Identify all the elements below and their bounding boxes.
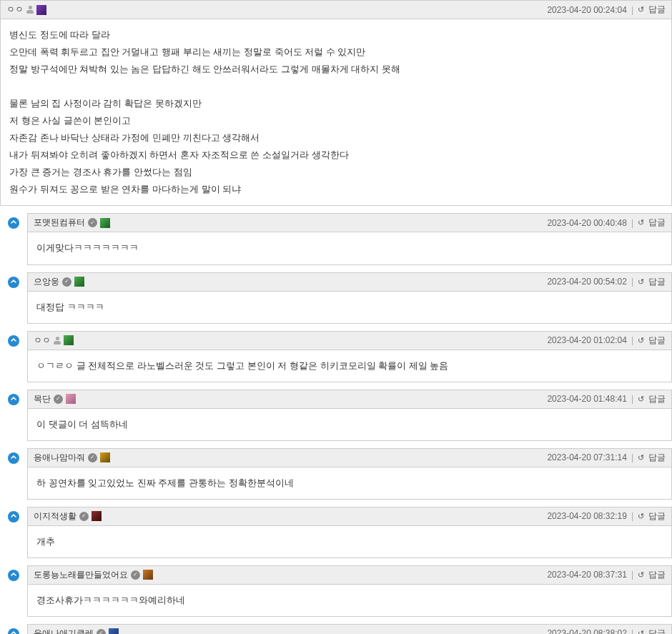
reply-indent	[0, 331, 27, 347]
reply-header: ㅇㅇ2023-04-20 01:02:04|↺답글	[28, 332, 671, 350]
reply-row: 응애나애기클레✓2023-04-20 08:38:02|↺답글꽁휴일을 버린다고…	[0, 624, 672, 634]
main-comment: ㅇㅇ 2023-04-20 00:24:04 | ↺ 답글 병신도 정도에 따라…	[0, 0, 672, 206]
reply-arrow-icon: ↺	[638, 5, 644, 14]
timestamp: 2023-04-20 01:48:41	[547, 394, 626, 404]
reply-button[interactable]: 답글	[648, 569, 666, 581]
reply-indicator-icon[interactable]	[8, 394, 19, 405]
timestamp: 2023-04-20 00:54:02	[547, 277, 626, 287]
reply-button[interactable]: 답글	[648, 393, 666, 405]
reply-comment: 이지적생활✓2023-04-20 08:32:19|↺답글개추	[27, 507, 672, 558]
reply-button[interactable]: 답글	[648, 510, 666, 522]
reply-body: 경조사휴가ㅋㅋㅋㅋㅋㅋ와예리하네	[28, 585, 671, 616]
reply-arrow-icon: ↺	[638, 395, 644, 404]
verified-icon: ✓	[79, 512, 89, 521]
author-info: 으앙웅✓	[34, 276, 84, 288]
user-badge-icon	[66, 394, 76, 404]
comment-meta: 2023-04-20 00:24:04 | ↺ 답글	[547, 4, 666, 16]
reply-arrow-icon: ↺	[638, 570, 644, 580]
user-badge-icon	[64, 335, 74, 345]
reply-header: 으앙웅✓2023-04-20 00:54:02|↺답글	[28, 273, 671, 292]
author-info: 도롱뇽노래를만들었어요✓	[34, 569, 153, 581]
reply-arrow-icon: ↺	[638, 453, 644, 462]
reply-button[interactable]: 답글	[648, 452, 666, 464]
separator: |	[631, 335, 633, 345]
reply-body: 개추	[28, 526, 671, 558]
timestamp: 2023-04-20 08:37:31	[547, 570, 626, 580]
reply-indicator-icon[interactable]	[8, 335, 19, 347]
reply-comment: 포맷된컴퓨터✓2023-04-20 00:40:48|↺답글이게맞다ㅋㅋㅋㅋㅋㅋ…	[27, 213, 672, 264]
username: 응애나애기클레	[34, 628, 94, 634]
reply-header: 이지적생활✓2023-04-20 08:32:19|↺답글	[28, 507, 671, 526]
anon-person-icon	[26, 6, 34, 14]
reply-body: 대정답 ㅋㅋㅋㅋ	[28, 292, 671, 323]
separator: |	[631, 452, 633, 462]
reply-indicator-icon[interactable]	[8, 570, 19, 581]
author-info: 응애나맘마줘✓	[34, 452, 110, 464]
timestamp: 2023-04-20 08:32:19	[547, 511, 626, 521]
reply-header: 도롱뇽노래를만들었어요✓2023-04-20 08:37:31|↺답글	[28, 566, 671, 585]
reply-row: 응애나맘마줘✓2023-04-20 07:31:14|↺답글하 꽁연차를 잊고있…	[0, 448, 672, 500]
reply-indent	[0, 448, 27, 464]
separator: |	[631, 218, 633, 228]
comment-meta: 2023-04-20 01:02:04|↺답글	[547, 335, 666, 347]
reply-body: ㅇㄱㄹㅇ 글 전체적으로 라노벨스러운 것도 그렇고 본인이 저 형같은 히키코…	[28, 350, 671, 382]
comment-meta: 2023-04-20 00:54:02|↺답글	[547, 276, 666, 288]
username: 목단	[34, 393, 51, 405]
reply-row: 이지적생활✓2023-04-20 08:32:19|↺답글개추	[0, 507, 672, 558]
reply-indicator-icon[interactable]	[8, 277, 19, 288]
reply-arrow-icon: ↺	[638, 512, 644, 521]
reply-button[interactable]: 답글	[648, 335, 666, 347]
separator: |	[631, 628, 633, 634]
reply-comment: 응애나애기클레✓2023-04-20 08:38:02|↺답글꽁휴일을 버린다고…	[27, 624, 672, 634]
reply-row: 으앙웅✓2023-04-20 00:54:02|↺답글대정답 ㅋㅋㅋㅋ	[0, 272, 672, 324]
reply-row: 포맷된컴퓨터✓2023-04-20 00:40:48|↺답글이게맞다ㅋㅋㅋㅋㅋㅋ…	[0, 213, 672, 264]
reply-indicator-icon[interactable]	[8, 452, 19, 464]
author-info: 이지적생활✓	[34, 510, 102, 522]
verified-icon: ✓	[131, 570, 140, 580]
author-info: 응애나애기클레✓	[34, 628, 119, 634]
timestamp: 2023-04-20 08:38:02	[547, 628, 626, 634]
reply-button[interactable]: 답글	[648, 217, 666, 229]
reply-button[interactable]: 답글	[648, 4, 666, 16]
reply-indicator-icon[interactable]	[8, 511, 19, 522]
reply-body: 이 댓글이 더 섬뜩하네	[28, 409, 671, 440]
reply-button[interactable]: 답글	[648, 628, 666, 634]
author-info: 포맷된컴퓨터✓	[34, 217, 110, 229]
username: 응애나맘마줘	[34, 452, 85, 464]
separator: |	[631, 277, 633, 287]
username: 이지적생활	[34, 510, 76, 522]
verified-icon: ✓	[88, 453, 97, 462]
user-badge-icon	[109, 628, 119, 634]
reply-indicator-icon[interactable]	[8, 217, 19, 229]
reply-comment: 도롱뇽노래를만들었어요✓2023-04-20 08:37:31|↺답글경조사휴가…	[27, 565, 672, 617]
verified-icon: ✓	[54, 395, 63, 404]
user-badge-icon	[36, 5, 46, 15]
user-badge-icon	[74, 277, 84, 287]
reply-body: 이게맞다ㅋㅋㅋㅋㅋㅋㅋ	[28, 232, 671, 264]
main-comment-body: 병신도 정도에 따라 달라 오만데 폭력 휘두르고 집안 거덜내고 행패 부리는…	[1, 19, 671, 205]
reply-indicator-icon[interactable]	[8, 628, 19, 634]
reply-header: 포맷된컴퓨터✓2023-04-20 00:40:48|↺답글	[28, 214, 671, 232]
user-badge-icon	[92, 511, 102, 521]
reply-arrow-icon: ↺	[638, 277, 644, 287]
reply-header: 목단✓2023-04-20 01:48:41|↺답글	[28, 390, 671, 409]
reply-arrow-icon: ↺	[638, 336, 644, 345]
reply-row: 도롱뇽노래를만들었어요✓2023-04-20 08:37:31|↺답글경조사휴가…	[0, 565, 672, 617]
reply-indent	[0, 390, 27, 405]
timestamp: 2023-04-20 07:31:14	[547, 452, 626, 462]
reply-row: 목단✓2023-04-20 01:48:41|↺답글이 댓글이 더 섬뜩하네	[0, 390, 672, 441]
reply-button[interactable]: 답글	[648, 276, 666, 288]
username: ㅇㅇ	[6, 4, 24, 16]
comment-meta: 2023-04-20 00:40:48|↺답글	[547, 217, 666, 229]
main-comment-header: ㅇㅇ 2023-04-20 00:24:04 | ↺ 답글	[1, 1, 671, 19]
comment-meta: 2023-04-20 01:48:41|↺답글	[547, 393, 666, 405]
comment-meta: 2023-04-20 08:38:02|↺답글	[547, 628, 666, 634]
separator: |	[631, 570, 633, 580]
username: 으앙웅	[34, 276, 59, 288]
reply-header: 응애나애기클레✓2023-04-20 08:38:02|↺답글	[28, 625, 671, 634]
username: 포맷된컴퓨터	[34, 217, 85, 229]
separator: |	[631, 394, 633, 404]
user-badge-icon	[143, 570, 153, 580]
reply-indent	[0, 272, 27, 288]
reply-body: 하 꽁연차를 잊고있었노 진짜 주제를 관통하는 정확한분석이네	[28, 467, 671, 499]
